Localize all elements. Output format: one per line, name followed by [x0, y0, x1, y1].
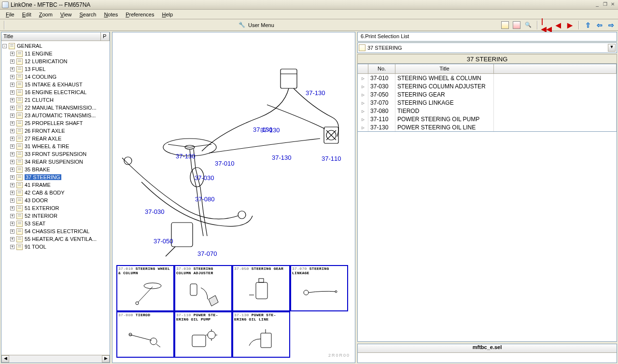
menu-help[interactable]: Help	[158, 11, 177, 18]
tree-item[interactable]: 34 REAR SUSPENSION	[25, 159, 83, 165]
expand-icon[interactable]: +	[10, 245, 14, 249]
expand-icon[interactable]: +	[10, 214, 14, 218]
thumbnail[interactable]: 37-130 POWER STE-ERING OIL LINE	[232, 311, 290, 358]
thumbnail[interactable]: 37-080 TIEROD	[116, 311, 174, 358]
scroll-left-icon[interactable]: ◀	[1, 355, 9, 363]
diagram-label[interactable]: 37-110	[322, 155, 341, 162]
table-row[interactable]: ▹ 37-010 STEERING WHEEL & COLUMN	[358, 74, 617, 82]
nav-fwd-button[interactable]: ⇨	[606, 20, 616, 30]
tree-item[interactable]: 35 BRAKE	[25, 167, 50, 172]
thumbnail[interactable]: 37-030 STEERING COLUMN ADJUSTER	[174, 265, 232, 311]
diagram-label[interactable]: 37-130	[306, 89, 325, 97]
chevron-down-icon[interactable]: ▼	[608, 44, 616, 52]
tree-item[interactable]: 16 ENGINE ELECTRICAL	[25, 89, 86, 95]
expand-icon[interactable]: +	[10, 168, 14, 172]
tree-item[interactable]: 15 INTAKE & EXHAUST	[25, 82, 83, 87]
table-row[interactable]: ▹ 37-030 STEERING COLUMN ADJUSTER	[358, 82, 617, 90]
user-menu[interactable]: 🔧 User Menu	[239, 22, 274, 28]
tree-item[interactable]: 13 FUEL	[25, 66, 45, 72]
tree-item[interactable]: 51 EXTERIOR	[25, 205, 59, 211]
tree-item[interactable]: 31 WHEEL & TIRE	[25, 143, 69, 149]
expand-icon[interactable]: +	[10, 152, 14, 156]
nav-up-button[interactable]: ⇧	[583, 20, 593, 30]
tree-root[interactable]: GENERAL	[17, 43, 42, 49]
expand-icon[interactable]: +	[10, 121, 14, 126]
expand-icon[interactable]: +	[10, 83, 14, 87]
expand-icon[interactable]: +	[10, 237, 14, 241]
category-dropdown[interactable]: 37 STEERING ▼	[357, 42, 617, 53]
tree-item[interactable]: 14 COOLING	[25, 74, 56, 80]
diagram-label[interactable]: 37-070	[197, 250, 217, 257]
menu-view[interactable]: View	[56, 11, 76, 18]
expand-icon[interactable]: +	[10, 52, 14, 56]
tree-item[interactable]: 52 INTERIOR	[25, 213, 57, 219]
expand-icon[interactable]: +	[10, 144, 14, 149]
expand-icon[interactable]: +	[10, 137, 14, 141]
tree-item[interactable]: 25 PROPELLER SHAFT	[25, 120, 83, 126]
diagram-label[interactable]: 37-030	[195, 174, 214, 182]
tree-body[interactable]: -GENERAL+11 ENGINE+12 LUBRICATION+13 FUE…	[1, 41, 110, 355]
nav-next-button[interactable]: ▶	[565, 20, 575, 30]
expand-icon[interactable]: +	[10, 206, 14, 210]
table-column-no[interactable]: No.	[368, 64, 395, 73]
diagram-label[interactable]: 37-080	[195, 196, 214, 203]
expand-icon[interactable]: +	[10, 198, 14, 203]
diagram-panel[interactable]: 37-13037-13037-13037-01037-03037-08037-0…	[112, 32, 355, 363]
table-row[interactable]: ▹ 37-080 TIEROD	[358, 107, 617, 115]
nav-first-button[interactable]: |◀◀	[542, 20, 551, 30]
expand-icon[interactable]: +	[10, 90, 14, 95]
tree-item[interactable]: 42 CAB & BODY	[25, 190, 65, 196]
tree-item[interactable]: 37 STEERING	[25, 174, 61, 180]
expand-icon[interactable]: +	[10, 75, 14, 79]
nav-back-button[interactable]: ⇦	[595, 20, 604, 30]
tree-column-title[interactable]: Title	[1, 32, 101, 41]
expand-icon[interactable]: +	[10, 59, 14, 64]
tree-item[interactable]: 12 LUBRICATION	[25, 58, 67, 64]
table-row[interactable]: ▹ 37-110 POWER STEERING OIL PUMP	[358, 115, 617, 123]
tree-column-p[interactable]: P	[101, 32, 110, 41]
tree-item[interactable]: 33 FRONT SUSPENSION	[25, 151, 86, 157]
diagram-label[interactable]: 37-010	[215, 160, 234, 167]
tree-item[interactable]: 43 DOOR	[25, 197, 48, 203]
scroll-right-icon[interactable]: ▶	[102, 355, 110, 363]
tree-item[interactable]: 21 CLUTCH	[25, 97, 54, 103]
nav-prev-button[interactable]: ◀	[553, 20, 563, 30]
expand-icon[interactable]: +	[10, 160, 14, 164]
thumbnail[interactable]: 37-110 POWER STE-ERING OIL PUMP	[174, 311, 232, 358]
menu-file[interactable]: File	[2, 11, 18, 18]
tree-item[interactable]: 22 MANUAL TRANSMISSIO...	[25, 105, 97, 111]
search-button[interactable]: 🔍	[523, 20, 533, 30]
horizontal-scrollbar[interactable]: ◀ ▶	[1, 355, 110, 363]
menu-preferences[interactable]: Preferences	[122, 11, 158, 18]
table-column-title[interactable]: Title	[395, 64, 494, 73]
doc2-button[interactable]	[512, 20, 521, 30]
expand-icon[interactable]: +	[10, 67, 14, 71]
table-row[interactable]: ▹ 37-070 STEERING LINKAGE	[358, 98, 617, 107]
tree-item[interactable]: 55 HEATER,A/C & VENTILA...	[25, 236, 97, 242]
expand-icon[interactable]: +	[10, 175, 14, 180]
tree-item[interactable]: 41 FRAME	[25, 182, 51, 188]
doc1-button[interactable]	[500, 20, 510, 30]
expand-icon[interactable]: +	[10, 98, 14, 102]
diagram-label[interactable]: 37-050	[154, 238, 173, 245]
menu-zoom[interactable]: Zoom	[35, 11, 56, 18]
table-column-arrow[interactable]	[358, 64, 368, 73]
thumbnail[interactable]: 37-010 STEERING WHEEL & COLUMN	[116, 265, 174, 311]
diagram-label[interactable]: 37-130	[176, 153, 195, 160]
table-row[interactable]: ▹ 37-130 POWER STEERING OIL LINE	[358, 123, 617, 131]
maximize-icon[interactable]: ❐	[602, 1, 608, 8]
print-selection-list[interactable]: 6.Print Selection List	[357, 32, 617, 42]
tree-item[interactable]: 11 ENGINE	[25, 51, 52, 56]
expand-icon[interactable]: +	[10, 106, 14, 110]
collapse-icon[interactable]: -	[2, 44, 7, 48]
diagram-label[interactable]: 37-130	[272, 154, 291, 161]
table-column-blank[interactable]	[494, 64, 617, 73]
expand-icon[interactable]: +	[10, 229, 14, 234]
tree-item[interactable]: 91 TOOL	[25, 244, 46, 250]
diagram-label[interactable]: 37-130	[260, 126, 280, 134]
diagram-label[interactable]: 37-030	[145, 208, 164, 215]
tree-item[interactable]: 53 SEAT	[25, 221, 45, 226]
tree-item[interactable]: 27 REAR AXLE	[25, 136, 61, 141]
table-row[interactable]: ▹ 37-050 STEERING GEAR	[358, 90, 617, 98]
menu-edit[interactable]: Edit	[18, 11, 35, 18]
